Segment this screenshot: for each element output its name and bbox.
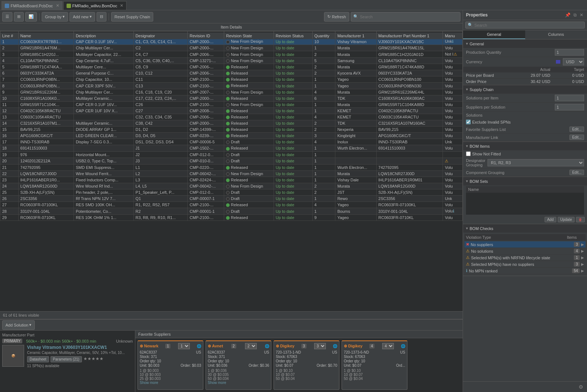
add-solution-button[interactable]: Add Solution ▾ — [2, 320, 35, 330]
table-row[interactable]: 6 0603YC333KAT2A General Purpose C... C1… — [0, 70, 463, 76]
bom-sets-delete-button[interactable]: 🗑 — [576, 217, 585, 222]
table-row[interactable]: 12 C0402C105K8RACTU CAP CER 1UF 10V X...… — [0, 108, 463, 114]
search-box[interactable]: 🔍 — [351, 12, 460, 22]
table-row[interactable]: 10 C1608X5R1A106K0... Multilayer Ceramic… — [0, 95, 463, 101]
col-designator[interactable]: Designator — [133, 32, 188, 39]
table-row[interactable]: 13 C0603C105K4RACTU C32, C33, C34, C35 C… — [0, 114, 463, 120]
supplier-select[interactable]: 4 — [382, 343, 394, 349]
bom-check-row[interactable]: ✖ No suppliers 3 ▶ — [464, 241, 586, 248]
col-rev-id[interactable]: Revision ID — [188, 32, 224, 39]
col-desc[interactable]: Description — [74, 32, 133, 39]
component-grouping-edit-button[interactable]: Edit... — [569, 170, 584, 175]
chart-view-button[interactable]: 📊 — [25, 12, 37, 22]
table-row[interactable]: 16 APG1608CGKC/T LED GREEN CLEAR... D3, … — [0, 133, 463, 139]
table-row[interactable]: 4 CL10A475KP8NNNC Cap Ceramic 4.7uF... C… — [0, 58, 463, 64]
table-row[interactable]: 11 GRM155R71C104K... CAP CER 0.1UF 16V..… — [0, 101, 463, 108]
settings-button[interactable]: ⚙ — [577, 383, 585, 391]
supplier-card[interactable]: ⊕ Avnet 2 2 🌐 62AC8337 US Stock: 371 Ord… — [206, 340, 271, 390]
table-row[interactable]: 1 CC0603KRX7R7BB1... CAP CER 0.1UF 16V..… — [0, 38, 463, 45]
datasheet-button[interactable]: Datasheet — [27, 356, 49, 362]
table-row[interactable]: 19 976 Horizontal Mount... J2 CMP-012-0.… — [0, 151, 463, 158]
designator-grouping-select[interactable]: R1, R2, R3 — [488, 159, 584, 166]
fav-suppliers-edit-button[interactable]: Edit... — [569, 127, 584, 132]
add-new-button[interactable]: Add new ▾ — [69, 12, 95, 22]
col-name[interactable]: Name — [18, 32, 74, 39]
table-row[interactable]: 18 691411510003 J1 CMP-1502-... Released… — [0, 145, 463, 151]
tab-bom[interactable]: FMRadio_willvu.BomDoc ✕ — [63, 1, 127, 10]
tab-columns[interactable]: Columns — [525, 30, 587, 39]
table-row[interactable]: 17 INND-TS30RAB Display 7-SEG 0.3... DS1… — [0, 139, 463, 145]
supply-chain-section-header[interactable]: Supply Chain — [463, 85, 587, 94]
bom-sets-add-button[interactable]: Add — [545, 217, 556, 222]
table-row[interactable]: 28 3310Y-001-104L Potentiometer, Co... R… — [0, 208, 463, 215]
table-row[interactable]: 24 LQW18ANR12G00D Wire Wound Rf Ind... L… — [0, 183, 463, 189]
solutions-per-item-input[interactable] — [555, 95, 584, 101]
table-row[interactable]: 7 CC0603JRNPO9BN... Chip Capacitor, 10..… — [0, 76, 463, 83]
col-mfr1[interactable]: Manufacturer 1 — [335, 32, 376, 39]
bom-checks-section-header[interactable]: BOM Checks — [463, 224, 587, 233]
col-mpn1[interactable]: Manufacturer Part Number 1 — [376, 32, 443, 39]
tab-general[interactable]: General — [463, 30, 525, 39]
table-row[interactable]: 15 BAV99,215 DIODE ARRAY GP 1... D1, D2 … — [0, 127, 463, 133]
close-properties-button[interactable]: ✕ — [579, 12, 584, 18]
supplier-card[interactable]: ⊕ Digikey 3 3 🌐 720-1373-1-ND US Stock: … — [274, 340, 339, 390]
float-button[interactable]: ⧉ — [573, 12, 577, 18]
group-by-button[interactable]: Group by ▾ — [42, 12, 68, 22]
table-row[interactable]: 26 2SC3356 Rf Trans NPN 12V 7... Q1 CMP-… — [0, 196, 463, 202]
menu-button[interactable]: ☰ — [2, 12, 12, 22]
supplier-select[interactable]: 1 — [178, 343, 190, 349]
bom-items-section-header[interactable]: BOM Items — [463, 142, 587, 150]
refresh-button[interactable]: ↻ Refresh — [324, 12, 349, 22]
manufacturer-link-edit-button[interactable]: Edit... — [569, 135, 584, 140]
reset-supply-chain-button[interactable]: Reset Supply Chain — [111, 12, 153, 22]
show-more-link[interactable]: Show more — [140, 381, 158, 385]
table-row[interactable]: 22 LQW18CNR27J00D Wire Wound Ferrit... L… — [0, 170, 463, 177]
col-rev-status[interactable]: Revision Status — [274, 32, 312, 39]
col-mfr-extra[interactable]: Manu — [443, 32, 463, 39]
cell-mpn1: GRM155R71C104KA88D — [376, 101, 443, 108]
supplier-select[interactable]: 3 — [314, 343, 326, 349]
table-row[interactable]: 2 GRM21BR61A476M... Chip Multilayer Cer.… — [0, 45, 463, 51]
production-quantity-input[interactable] — [555, 49, 584, 56]
bom-check-row[interactable]: ⚠ Selected MPN(s) with NRFND lifecycle s… — [464, 255, 586, 261]
search-input[interactable] — [360, 15, 458, 19]
bom-sets-section-header[interactable]: BOM Sets — [463, 177, 587, 185]
show-more-link[interactable]: Show more — [208, 381, 226, 385]
bom-check-row[interactable]: ⚠ Selected MPN(s) have no suppliers 3 ▶ — [464, 261, 586, 268]
col-line[interactable]: Line # — [0, 32, 19, 39]
currency-select[interactable]: USD — [563, 58, 584, 65]
general-section-header[interactable]: General — [463, 39, 587, 48]
table-row[interactable]: 25 S2B-XH-A(LF)(SN) Pin header, 2 pole,.… — [0, 189, 463, 195]
table-row[interactable]: 21 742792095 SMD EMI Suppress... L1 CMP-… — [0, 164, 463, 170]
table-row[interactable]: 20 12402012E212A USB2.0, Type C, Top... … — [0, 158, 463, 164]
table-row[interactable]: 23 IHLP1616ABER1R0... Fixed Inductors Co… — [0, 177, 463, 183]
pin-button[interactable]: 📌 — [564, 12, 571, 18]
bom-check-row[interactable]: ⚠ No solutions 4 ▶ — [464, 248, 586, 255]
table-row[interactable]: 8 CC0603JRNPO9BN... CAP CER 33PF 50V... … — [0, 83, 463, 89]
tab-pcb-close[interactable]: ✕ — [56, 3, 59, 8]
exclude-invalid-spns-checkbox[interactable] — [466, 120, 471, 124]
table-row[interactable]: 9 GRM21BR61E226M... Chip Multilayer Cer.… — [0, 89, 463, 95]
supplier-card[interactable]: ⊕ Newark 1 1 🌐 62AC8337 US Stock: 371 Or… — [138, 340, 203, 390]
tab-pcb[interactable]: FMRadioBoard.PcbDoc ✕ — [1, 1, 63, 10]
table-row[interactable]: 14 C3216X5R1A107M1... Multilayer Ceramic… — [0, 120, 463, 127]
supplier-card[interactable]: ⊕ Digikey 4 4 🌐 720-1373-6-ND US Stock: … — [342, 340, 407, 390]
bom-check-row[interactable]: ℹ No MPN ranked 54 ▶ — [464, 268, 586, 274]
columns-button[interactable]: ⊟ — [97, 12, 106, 22]
primary-badge[interactable]: PRIMARY — [2, 339, 22, 343]
table-row[interactable]: 5 GRM188R71C474KA... Multilayer Cere... … — [0, 64, 463, 70]
show-not-fitted-checkbox[interactable] — [466, 151, 471, 156]
table-row[interactable]: 29 RC0603FR-0710KL RES 10K OHM 1% 1... R… — [0, 215, 463, 221]
list-view-button[interactable]: ⊞ — [14, 12, 24, 22]
table-row[interactable]: 27 RC0603FR-07100KL RES SMD 100K OH... R… — [0, 202, 463, 208]
col-qty[interactable]: Quantity — [312, 32, 335, 39]
tab-bom-close[interactable]: ✕ — [120, 3, 123, 8]
cell-rev-status: Up to date — [274, 127, 312, 133]
supplier-select[interactable]: 2 — [245, 343, 257, 349]
params-button[interactable]: Parameters (21) — [50, 356, 82, 362]
bom-sets-update-button[interactable]: Update — [558, 217, 575, 222]
props-search-input[interactable] — [474, 23, 582, 27]
suppliers-per-solution-input[interactable] — [555, 104, 584, 110]
table-row[interactable]: 3 GRM1885C1H220J... Multilayer Capacitor… — [0, 51, 463, 58]
col-rev-state[interactable]: Revision State — [224, 32, 274, 39]
